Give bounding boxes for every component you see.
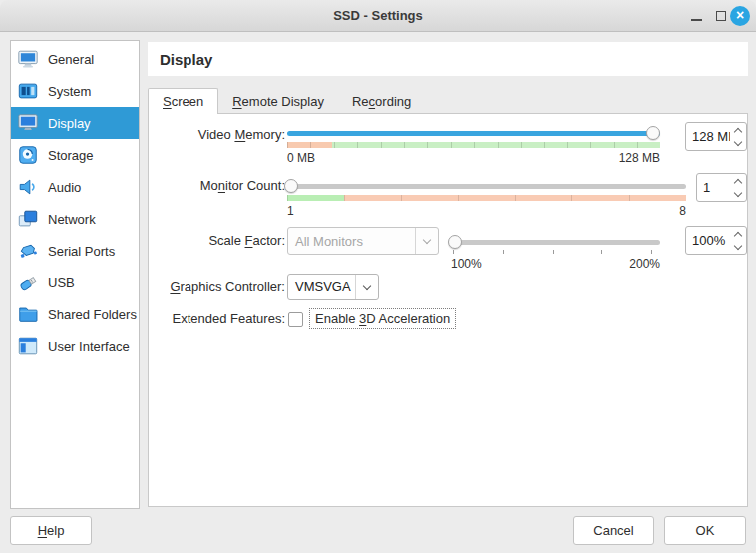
close-icon[interactable]: ×	[730, 6, 750, 26]
sidebar-item-audio[interactable]: Audio	[11, 171, 139, 203]
scale-factor-slider[interactable]	[451, 240, 660, 245]
serial-port-icon	[16, 239, 40, 263]
video-memory-min-label: 0 MB	[287, 151, 315, 165]
chevron-down-icon	[423, 236, 431, 244]
graphics-controller-label: Graphics Controller:	[149, 279, 285, 294]
video-memory-scale-labels: 0 MB 128 MB	[287, 151, 660, 165]
scale-factor-monitor-select[interactable]: All Monitors	[287, 227, 439, 255]
enable-3d-acceleration-checkbox-label[interactable]: Enable 3D Acceleration	[309, 308, 456, 329]
sidebar-item-storage[interactable]: Storage	[11, 139, 139, 171]
video-memory-slider-handle[interactable]	[646, 126, 660, 140]
video-memory-value[interactable]: 128 MB	[686, 129, 730, 144]
settings-sidebar: General System Display Storage Audio	[10, 40, 140, 509]
titlebar: SSD - Settings ×	[0, 0, 756, 32]
settings-dialog: SSD - Settings × General System Display	[0, 0, 756, 553]
maximize-icon[interactable]	[716, 11, 726, 21]
scale-factor-ticks	[453, 250, 652, 254]
sidebar-item-system[interactable]: System	[11, 75, 139, 107]
video-memory-spin-up-icon[interactable]	[734, 127, 742, 135]
video-memory-spinbox[interactable]: 128 MB	[685, 122, 747, 151]
usb-icon	[16, 271, 40, 294]
sidebar-item-serial-ports[interactable]: Serial Ports	[11, 235, 139, 267]
video-memory-scale-strip	[287, 142, 660, 148]
display-icon	[16, 111, 40, 135]
video-memory-label: Video Memory:	[149, 127, 285, 142]
video-memory-max-label: 128 MB	[619, 151, 660, 165]
sidebar-item-shared-folders[interactable]: Shared Folders	[11, 298, 139, 330]
chevron-down-icon	[363, 281, 371, 289]
scale-factor-min-label: 100%	[451, 257, 482, 271]
monitor-count-spinbox[interactable]: 1	[696, 173, 747, 202]
system-icon	[16, 79, 40, 103]
tab-screen[interactable]: Screen	[148, 88, 218, 114]
network-icon	[16, 207, 40, 231]
sidebar-item-display[interactable]: Display	[11, 107, 139, 139]
extended-features-label: Extended Features:	[149, 311, 285, 326]
storage-icon	[16, 143, 40, 167]
audio-icon	[16, 175, 40, 199]
sidebar-item-usb[interactable]: USB	[11, 267, 139, 298]
window-title: SSD - Settings	[0, 0, 756, 31]
video-memory-spin-down-icon[interactable]	[734, 137, 742, 145]
general-icon	[16, 47, 40, 71]
monitor-count-slider-handle[interactable]	[284, 179, 298, 193]
sidebar-item-label: USB	[48, 276, 75, 290]
sidebar-item-label: Shared Folders	[48, 307, 137, 322]
monitor-count-max-label: 8	[679, 204, 686, 218]
folder-icon	[16, 302, 40, 326]
monitor-count-slider[interactable]	[287, 184, 686, 189]
monitor-count-min-label: 1	[287, 204, 294, 218]
sidebar-item-general[interactable]: General	[11, 43, 139, 75]
sidebar-item-user-interface[interactable]: User Interface	[11, 330, 139, 362]
minimize-icon[interactable]	[691, 19, 702, 21]
sidebar-item-label: Serial Ports	[48, 244, 115, 259]
scale-factor-spinbox[interactable]: 100%	[685, 226, 747, 255]
screen-tab-panel: Video Memory: 0 MB 128 MB 128 MB Monitor…	[148, 113, 748, 507]
display-tabbar: Screen Remote Display Recording	[148, 88, 425, 114]
sidebar-item-label: System	[48, 84, 91, 99]
tab-remote-display[interactable]: Remote Display	[218, 88, 338, 114]
scale-factor-scale-labels: 100% 200%	[451, 257, 660, 271]
video-memory-slider[interactable]	[287, 131, 660, 136]
scale-factor-max-label: 200%	[629, 257, 660, 271]
scale-factor-monitor-value: All Monitors	[288, 234, 415, 249]
sidebar-item-label: Audio	[48, 180, 81, 195]
monitor-count-spin-down-icon[interactable]	[734, 188, 742, 196]
monitor-count-scale-strip	[287, 195, 686, 201]
sidebar-item-network[interactable]: Network	[11, 203, 139, 235]
scale-factor-spin-down-icon[interactable]	[734, 241, 742, 249]
tab-recording[interactable]: Recording	[338, 88, 425, 114]
help-button[interactable]: Help	[10, 516, 92, 545]
monitor-count-scale-labels: 1 8	[287, 204, 686, 218]
scale-factor-spin-up-icon[interactable]	[734, 231, 742, 239]
cancel-button[interactable]: Cancel	[573, 516, 654, 545]
monitor-count-label: Monitor Count:	[149, 178, 285, 193]
page-title: Display	[148, 42, 748, 76]
graphics-controller-select[interactable]: VMSVGA	[287, 274, 379, 300]
scale-factor-slider-handle[interactable]	[448, 235, 462, 249]
monitor-count-value[interactable]: 1	[697, 180, 730, 195]
scale-factor-label: Scale Factor:	[149, 233, 285, 248]
sidebar-item-label: Storage	[48, 148, 94, 163]
scale-factor-value[interactable]: 100%	[686, 233, 730, 248]
sidebar-item-label: General	[48, 52, 94, 67]
graphics-controller-value: VMSVGA	[288, 279, 355, 294]
sidebar-item-label: User Interface	[48, 339, 130, 354]
user-interface-icon	[16, 334, 40, 358]
enable-3d-acceleration-checkbox[interactable]	[288, 312, 303, 327]
ok-button[interactable]: OK	[664, 516, 746, 545]
sidebar-item-label: Display	[48, 116, 91, 131]
monitor-count-spin-up-icon[interactable]	[734, 178, 742, 186]
sidebar-item-label: Network	[48, 212, 96, 227]
